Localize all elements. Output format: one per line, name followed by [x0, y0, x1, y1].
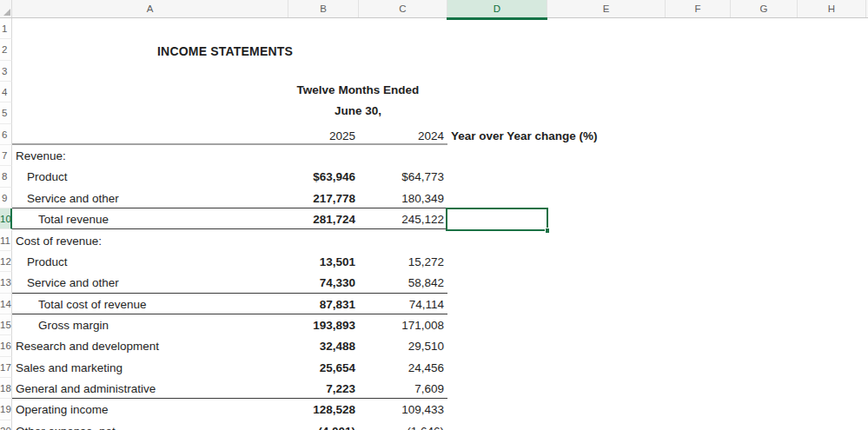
sheet-row-18: General and administrative7,2237,609	[0, 378, 868, 399]
cell-C19[interactable]: 109,433	[359, 399, 444, 421]
cell-A18[interactable]: General and administrative	[16, 378, 156, 400]
cell-title[interactable]: INCOME STATEMENTS	[157, 44, 293, 58]
sheet-row-11: Cost of revenue:	[0, 230, 868, 251]
cell-A16[interactable]: Research and development	[16, 335, 159, 358]
sheet-row-7: Revenue:	[0, 145, 868, 166]
cell-B10[interactable]: 281,724	[288, 208, 355, 231]
row-header-4[interactable]: 4	[0, 82, 12, 103]
sheet-row-20: Other expense, net(4,001)(1,646)	[0, 420, 868, 430]
cell-period-line1[interactable]: Twelve Months Ended	[288, 83, 427, 96]
cell-A15[interactable]: Gross margin	[38, 314, 109, 337]
column-header-row: ABCDEFGH	[0, 0, 868, 18]
cell-B19[interactable]: 128,528	[288, 399, 355, 421]
column-header-F[interactable]: F	[666, 0, 731, 17]
cell-A8[interactable]: Product	[27, 166, 68, 189]
cell-C13[interactable]: 58,842	[359, 272, 444, 294]
cell-C17[interactable]: 24,456	[359, 357, 444, 380]
cell-B20[interactable]: (4,001)	[288, 420, 355, 430]
cell-A14[interactable]: Total cost of revenue	[38, 294, 147, 316]
sheet-row-12: Product13,50115,272	[0, 251, 868, 272]
select-all-button[interactable]	[0, 0, 12, 17]
cell-B12[interactable]: 13,501	[288, 251, 355, 274]
cell-C14[interactable]: 74,114	[359, 294, 444, 316]
fill-handle[interactable]	[545, 228, 551, 234]
sheet-row-8: Product$63,946$64,773	[0, 166, 868, 187]
cell-A20[interactable]: Other expense, net	[16, 420, 116, 430]
column-header-G[interactable]: G	[731, 0, 798, 17]
column-header-A[interactable]: A	[12, 0, 288, 17]
cell-C18[interactable]: 7,609	[359, 378, 444, 400]
sheet-row-10: Total revenue281,724245,122	[0, 208, 868, 229]
column-header-H[interactable]: H	[798, 0, 866, 17]
cell-C16[interactable]: 29,510	[359, 335, 444, 358]
selected-cell-D10[interactable]	[446, 208, 548, 232]
cell-C12[interactable]: 15,272	[359, 251, 444, 274]
sheet-row-16: Research and development32,48829,510	[0, 335, 868, 356]
column-header-B[interactable]: B	[288, 0, 359, 17]
cell-B15[interactable]: 193,893	[288, 314, 355, 337]
row-header-2[interactable]: 2	[0, 39, 12, 60]
cell-B14[interactable]: 87,831	[288, 294, 355, 316]
cell-B18[interactable]: 7,223	[288, 378, 355, 400]
sheet-row-19: Operating income128,528109,433	[0, 399, 868, 420]
cell-C15[interactable]: 171,008	[359, 314, 444, 337]
sheet-row-17: Sales and marketing25,65424,456	[0, 357, 868, 378]
cell-A10[interactable]: Total revenue	[38, 208, 109, 231]
cell-A17[interactable]: Sales and marketing	[16, 357, 123, 380]
row-header-1[interactable]: 1	[0, 18, 12, 39]
cell-C8[interactable]: $64,773	[359, 166, 444, 189]
sheet-row-15: Gross margin193,893171,008	[0, 314, 868, 335]
cell-D6-yoy-header[interactable]: Year over Year change (%)	[451, 126, 598, 147]
sheet-row-9: Service and other217,778180,349	[0, 188, 868, 208]
cell-C20[interactable]: (1,646)	[359, 420, 444, 430]
column-header-E[interactable]: E	[547, 0, 666, 17]
cell-A9[interactable]: Service and other	[27, 188, 119, 210]
cell-B9[interactable]: 217,778	[288, 188, 355, 210]
sheet-row-13: Service and other74,33058,842	[0, 272, 868, 293]
sheet-row-14: Total cost of revenue87,83174,114	[0, 294, 868, 314]
row-header-5[interactable]: 5	[0, 103, 12, 123]
cell-C9[interactable]: 180,349	[359, 188, 444, 210]
cell-B8[interactable]: $63,946	[288, 166, 355, 189]
spreadsheet: ABCDEFGH 1234567891011121314151617181920…	[0, 0, 868, 430]
column-header-C[interactable]: C	[359, 0, 447, 17]
column-header-D[interactable]: D	[447, 0, 547, 17]
cell-A19[interactable]: Operating income	[16, 399, 109, 421]
cell-B13[interactable]: 74,330	[288, 272, 355, 294]
select-all-triangle-icon	[3, 9, 10, 16]
sheet-row-6: 2025 2024 Year over Year change (%)	[0, 124, 868, 145]
cell-C10[interactable]: 245,122	[359, 208, 444, 231]
cell-A13[interactable]: Service and other	[27, 272, 119, 294]
cell-A11[interactable]: Cost of revenue:	[16, 230, 102, 253]
cell-B17[interactable]: 25,654	[288, 357, 355, 380]
cell-A7[interactable]: Revenue:	[16, 145, 66, 168]
cell-B16[interactable]: 32,488	[288, 335, 355, 358]
cell-period-line2[interactable]: June 30,	[288, 104, 427, 117]
cell-A12[interactable]: Product	[27, 251, 68, 274]
row-header-3[interactable]: 3	[0, 61, 12, 82]
